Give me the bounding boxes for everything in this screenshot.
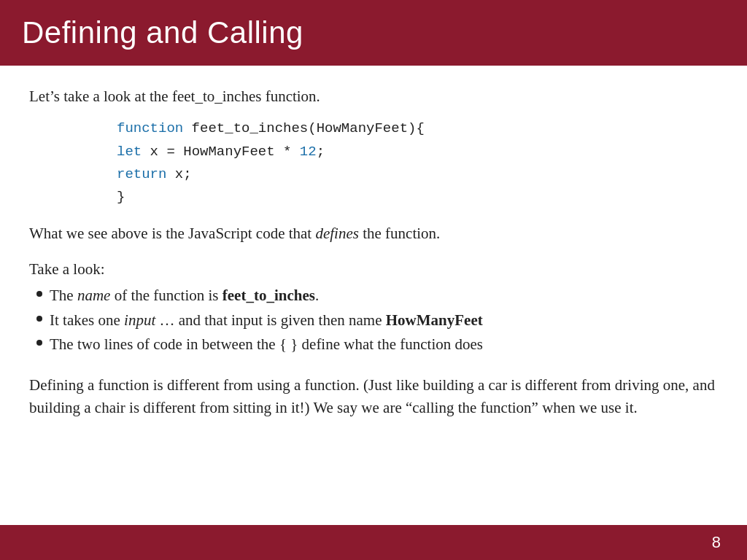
bullet-dot	[36, 340, 42, 346]
keyword-return: return	[117, 166, 166, 182]
bullet-list: The name of the function is feet_to_inch…	[36, 284, 718, 357]
bullet-text-3: The two lines of code in between the { }…	[50, 333, 718, 357]
bullet-dot	[36, 291, 42, 297]
code-line2-end: ;	[317, 144, 325, 160]
slide-content: Let’s take a look at the feet_to_inches …	[0, 66, 747, 525]
code-line-1: function feet_to_inches(HowManyFeet){	[117, 117, 718, 140]
code-closing-brace: }	[117, 189, 125, 205]
input-italic: input	[124, 311, 155, 329]
intro-text: Let’s take a look at the feet_to_inches …	[29, 88, 320, 105]
slide-title: Defining and Calling	[22, 15, 303, 50]
list-item: The two lines of code in between the { }…	[36, 333, 718, 357]
code-line-2: let x = HowManyFeet * 12;	[117, 141, 718, 163]
list-item: The name of the function is feet_to_inch…	[36, 284, 718, 308]
list-item: It takes one input … and that input is g…	[36, 309, 718, 332]
defines-italic-text: defines	[315, 225, 358, 242]
code-block: function feet_to_inches(HowManyFeet){ le…	[117, 117, 718, 209]
take-look-label: Take a look:	[29, 260, 718, 279]
bullet-dot	[36, 316, 42, 322]
code-line2-rest: x = HowManyFeet *	[142, 144, 300, 160]
slide-footer: 8	[0, 525, 747, 560]
howmanyfeet-bold: HowManyFeet	[386, 311, 483, 329]
code-line1-rest: feet_to_inches(HowManyFeet){	[183, 120, 425, 136]
function-name-bold: feet_to_inches	[222, 287, 315, 304]
page-number: 8	[712, 533, 721, 552]
explanation-paragraph: What we see above is the JavaScript code…	[29, 222, 718, 244]
bullet-text-2: It takes one input … and that input is g…	[50, 309, 718, 332]
intro-paragraph: Let’s take a look at the feet_to_inches …	[29, 86, 718, 107]
keyword-let: let	[117, 144, 142, 160]
code-line-4: }	[117, 186, 718, 209]
keyword-function: function	[117, 120, 183, 136]
code-line-3: return x;	[117, 163, 718, 186]
name-italic: name	[77, 287, 111, 304]
closing-paragraph: Defining a function is different from us…	[29, 374, 718, 420]
bullet-text-1: The name of the function is feet_to_inch…	[50, 284, 718, 308]
slide-header: Defining and Calling	[0, 0, 747, 66]
code-line3-rest: x;	[166, 166, 191, 182]
code-number-12: 12	[300, 144, 317, 160]
